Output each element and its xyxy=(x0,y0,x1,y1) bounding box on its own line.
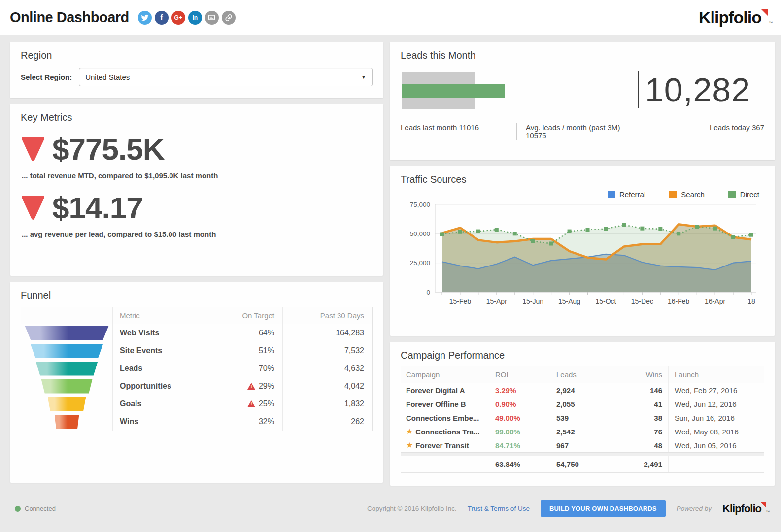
link-icon[interactable] xyxy=(222,11,236,25)
funnel-ontarget-value: 64% xyxy=(259,329,274,337)
campaign-name-cell: ★Connections Tra... xyxy=(401,425,489,438)
metric-avg-revenue: $14.17 xyxy=(21,193,373,223)
funnel-metric-cell: Opportunities xyxy=(112,377,199,395)
funnel-ontarget-value: 32% xyxy=(259,417,274,426)
campaign-header-cell: ROI xyxy=(489,366,550,383)
campaign-roi-cell: 99.00% xyxy=(489,425,550,438)
totals-roi-cell: 63.84% xyxy=(489,456,550,472)
campaign-name: Forever Transit xyxy=(415,441,469,450)
funnel-shape-cell xyxy=(21,377,112,395)
klipfolio-footer-logo-triangle xyxy=(761,502,766,507)
funnel-past30-cell: 4,632 xyxy=(282,360,372,377)
leads-big-number-wrap: 10,282 xyxy=(638,69,764,110)
linkedin-icon[interactable]: in xyxy=(188,11,202,25)
terms-link[interactable]: Trust & Terms of Use xyxy=(468,505,530,512)
campaign-wins-value: 146 xyxy=(650,386,662,395)
funnel-metric-label: Goals xyxy=(120,399,141,408)
klipfolio-footer-logo-text: Klipfolio xyxy=(722,502,761,515)
campaign-wins-cell: 41 xyxy=(615,397,668,411)
campaign-header-row: CampaignROILeadsWinsLaunch xyxy=(401,366,764,383)
campaign-wins-value: 48 xyxy=(654,441,662,450)
funnel-ontarget-cell: 32% xyxy=(199,413,282,431)
leads-current-bar xyxy=(402,84,505,98)
region-panel-title: Region xyxy=(21,50,373,61)
campaign-leads-value: 539 xyxy=(556,414,569,422)
campaign-leads-cell: 2,542 xyxy=(550,425,615,438)
svg-text:0: 0 xyxy=(426,289,430,296)
legend-item-referral: Referral xyxy=(608,190,645,199)
campaign-performance-panel: Campaign Performance CampaignROILeadsWin… xyxy=(390,342,775,486)
funnel-row: Opportunities!29%4,042 xyxy=(21,377,372,395)
funnel-title: Funnel xyxy=(21,290,373,301)
funnel-header-cell xyxy=(21,307,112,324)
svg-text:15-Aug: 15-Aug xyxy=(558,298,580,305)
totals-empty-cell xyxy=(401,456,489,472)
leads-last-month-stat: Leads last month 11016 xyxy=(401,123,516,140)
campaign-name: Connections Tra... xyxy=(415,428,479,436)
legend-swatch-icon xyxy=(669,191,677,198)
metric-avg-revenue-value: $14.17 xyxy=(52,193,143,223)
leads-this-month-panel: Leads this Month 10,282 Leads last month… xyxy=(390,42,775,160)
twitter-icon[interactable] xyxy=(138,11,152,25)
traffic-sources-title: Traffic Sources xyxy=(401,174,764,185)
campaign-leads-value: 2,542 xyxy=(556,428,575,436)
funnel-metric-cell: Goals xyxy=(112,395,199,413)
campaign-row: Forever Digital A3.29%2,924146Wed, Feb 2… xyxy=(401,383,764,397)
legend-item-direct: Direct xyxy=(728,190,759,199)
facebook-icon[interactable]: f xyxy=(155,11,169,25)
leads-bullet-chart xyxy=(401,72,519,110)
campaign-leads-cell: 967 xyxy=(550,438,615,452)
funnel-ontarget-cell: !29% xyxy=(199,377,282,395)
app-footer: Connected Copyright © 2016 Klipfolio Inc… xyxy=(0,490,781,532)
metric-revenue-caption: ... total revenue MTD, compared to $1,09… xyxy=(22,171,373,180)
funnel-row: Site Events51%7,532 xyxy=(21,342,372,360)
key-metrics-title: Key Metrics xyxy=(21,112,373,123)
funnel-header-row: MetricOn TargetPast 30 Days xyxy=(21,307,372,324)
connected-dot-icon xyxy=(15,506,21,512)
klipfolio-logo-tm: ™ xyxy=(769,21,772,25)
chart-legend: ReferralSearchDirect xyxy=(401,190,759,199)
totals-leads-cell: 54,750 xyxy=(550,456,615,472)
campaign-header-cell: Campaign xyxy=(401,366,489,383)
totals-divider xyxy=(401,452,764,456)
funnel-ontarget-cell: 51% xyxy=(199,342,282,360)
funnel-ontarget-cell: !25% xyxy=(199,395,282,413)
campaign-roi-value: 99.00% xyxy=(495,428,520,436)
warning-bang: ! xyxy=(247,384,255,389)
totals-wins-cell: 2,491 xyxy=(615,456,668,472)
campaign-roi-cell: 84.71% xyxy=(489,438,550,452)
googleplus-icon[interactable]: G+ xyxy=(171,11,185,25)
funnel-ontarget-value: 51% xyxy=(259,346,274,355)
campaign-launch-cell: Wed, Feb 27, 2016 xyxy=(668,383,764,397)
campaign-launch-cell: Sun, Jun 16, 2016 xyxy=(668,411,764,425)
metric-avg-revenue-caption: ... avg revenue per lead, compared to $1… xyxy=(22,230,373,238)
star-icon: ★ xyxy=(406,428,413,435)
funnel-slice xyxy=(41,379,93,394)
build-dashboards-button[interactable]: BUILD YOUR OWN DASHBOARDS xyxy=(541,500,666,517)
funnel-ontarget-value: 70% xyxy=(259,364,274,373)
campaign-leads-value: 2,055 xyxy=(556,400,575,408)
campaign-name-cell: Connections Embe... xyxy=(401,411,489,425)
warning-icon: ! xyxy=(247,383,255,390)
email-icon[interactable] xyxy=(205,11,219,25)
legend-swatch-icon xyxy=(608,191,615,198)
campaign-wins-cell: 48 xyxy=(615,438,668,452)
funnel-header-cell: On Target xyxy=(199,307,282,324)
left-column: Region Select Region: United States ▼ Ke… xyxy=(10,42,383,483)
funnel-metric-cell: Web Visits xyxy=(112,324,199,342)
campaign-roi-value: 84.71% xyxy=(495,441,520,450)
campaign-performance-title: Campaign Performance xyxy=(401,350,764,361)
region-select[interactable]: United States ▼ xyxy=(79,68,373,86)
funnel-panel: Funnel MetricOn TargetPast 30 DaysWeb Vi… xyxy=(10,282,383,483)
funnel-header-cell: Past 30 Days xyxy=(282,307,372,324)
funnel-row: Web Visits64%164,283 xyxy=(21,324,372,342)
funnel-metric-label: Opportunities xyxy=(120,382,171,391)
connection-status: Connected xyxy=(15,505,56,512)
svg-text:15-Oct: 15-Oct xyxy=(595,298,616,305)
svg-text:15-Feb: 15-Feb xyxy=(449,298,472,305)
svg-text:25,000: 25,000 xyxy=(410,259,430,266)
svg-text:15-Dec: 15-Dec xyxy=(631,298,653,305)
warning-bang: ! xyxy=(247,402,255,406)
funnel-past30-cell: 164,283 xyxy=(282,324,372,342)
campaign-table: CampaignROILeadsWinsLaunchForever Digita… xyxy=(401,366,764,473)
